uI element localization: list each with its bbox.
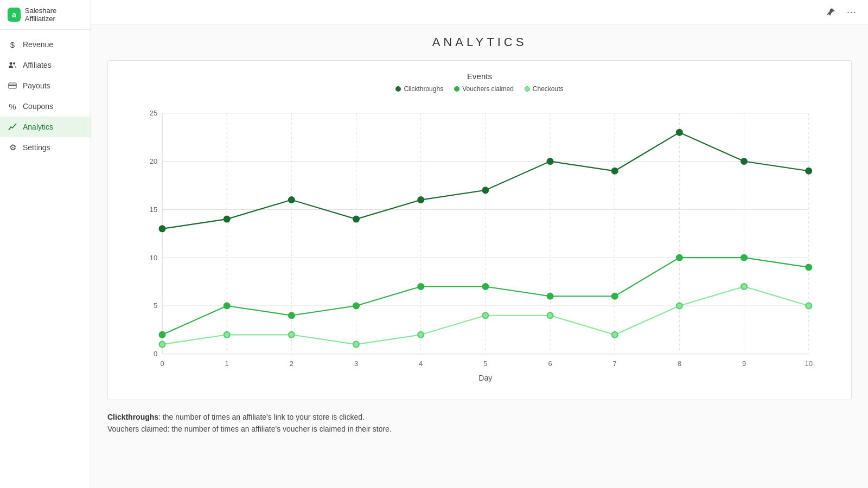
legend-checkouts-label: Checkouts — [533, 85, 564, 93]
sidebar-item-revenue[interactable]: $ Revenue — [0, 34, 91, 55]
svg-text:7: 7 — [613, 359, 617, 368]
svg-text:10: 10 — [805, 359, 812, 368]
legend-clickthroughs-label: Clickthroughs — [404, 85, 443, 93]
sidebar-item-payouts[interactable]: Payouts — [0, 75, 91, 96]
sidebar-item-settings-label: Settings — [23, 143, 50, 152]
svg-point-62 — [224, 332, 230, 338]
svg-text:9: 9 — [742, 359, 746, 368]
svg-point-59 — [741, 255, 747, 261]
svg-point-44 — [482, 187, 488, 193]
nav-items: $ Revenue Affiliates Payouts % Coupons A… — [0, 30, 91, 162]
svg-point-48 — [741, 158, 747, 164]
svg-text:2: 2 — [290, 359, 293, 368]
svg-point-1 — [13, 62, 15, 65]
settings-icon: ⚙ — [8, 143, 17, 152]
page-content: ANALYTICS Events Clickthroughs Vouchers … — [91, 24, 868, 446]
sidebar-item-revenue-label: Revenue — [23, 40, 53, 49]
svg-point-55 — [482, 284, 488, 290]
svg-point-64 — [353, 342, 359, 348]
svg-point-0 — [10, 62, 12, 65]
sidebar-item-affiliates-label: Affiliates — [23, 61, 52, 69]
affiliates-icon — [8, 60, 17, 70]
svg-text:1: 1 — [225, 359, 229, 368]
svg-text:10: 10 — [150, 254, 157, 262]
sidebar-item-affiliates[interactable]: Affiliates — [0, 55, 91, 75]
sidebar-item-analytics-label: Analytics — [23, 123, 53, 131]
chart-area: 0510152025012345678910Day — [119, 101, 840, 383]
payouts-icon — [8, 81, 17, 91]
clickthroughs-desc-label: Clickthroughs — [107, 413, 158, 421]
sidebar-item-analytics[interactable]: Analytics — [0, 117, 91, 137]
sidebar-item-settings[interactable]: ⚙ Settings — [0, 137, 91, 158]
svg-point-46 — [612, 168, 618, 174]
svg-point-50 — [159, 332, 165, 338]
svg-text:5: 5 — [483, 359, 487, 368]
sidebar-item-coupons[interactable]: % Coupons — [0, 96, 91, 117]
svg-text:6: 6 — [548, 359, 552, 368]
svg-point-41 — [289, 197, 295, 203]
vouchers-dot — [454, 86, 459, 92]
svg-point-51 — [224, 303, 230, 309]
svg-text:5: 5 — [154, 301, 157, 310]
sidebar-item-payouts-label: Payouts — [23, 81, 50, 90]
description: Clickthroughs: the number of times an af… — [107, 411, 852, 435]
clickthroughs-desc-text: : the number of times an affiliate's lin… — [158, 413, 365, 421]
legend-vouchers: Vouchers claimed — [454, 85, 514, 93]
svg-point-47 — [676, 130, 682, 136]
revenue-icon: $ — [8, 40, 17, 49]
legend-checkouts: Checkouts — [525, 85, 564, 93]
topbar: ··· — [91, 0, 868, 24]
svg-point-57 — [612, 293, 618, 299]
coupons-icon: % — [8, 101, 17, 111]
svg-point-40 — [224, 216, 230, 222]
svg-point-52 — [289, 312, 295, 318]
svg-text:0: 0 — [160, 359, 164, 368]
svg-text:4: 4 — [419, 359, 423, 368]
svg-point-54 — [418, 284, 424, 290]
svg-text:0: 0 — [154, 350, 157, 358]
svg-point-43 — [418, 197, 424, 203]
svg-text:25: 25 — [150, 109, 157, 117]
chart-container: Events Clickthroughs Vouchers claimed Ch… — [107, 60, 852, 400]
app-logo: a — [8, 8, 21, 22]
svg-text:8: 8 — [678, 359, 681, 368]
pin-icon[interactable] — [824, 4, 839, 20]
page-title: ANALYTICS — [107, 35, 852, 49]
sidebar: a Saleshare Affiliatizer $ Revenue Affil… — [0, 0, 91, 488]
svg-text:15: 15 — [150, 206, 157, 214]
app-title: Saleshare Affiliatizer — [25, 7, 83, 23]
svg-point-67 — [547, 312, 553, 318]
checkouts-dot — [525, 86, 530, 92]
sidebar-header: a Saleshare Affiliatizer — [0, 0, 91, 30]
svg-point-60 — [806, 265, 812, 271]
svg-text:Day: Day — [478, 374, 493, 382]
svg-point-71 — [806, 303, 812, 309]
svg-point-58 — [676, 255, 682, 261]
svg-point-61 — [159, 342, 165, 348]
svg-text:20: 20 — [150, 157, 157, 165]
svg-point-45 — [547, 158, 553, 164]
svg-point-66 — [482, 312, 488, 318]
svg-point-42 — [353, 216, 359, 222]
chart-title: Events — [119, 72, 840, 81]
svg-point-39 — [159, 226, 165, 232]
svg-point-69 — [676, 303, 682, 309]
svg-rect-3 — [9, 85, 16, 86]
legend-vouchers-label: Vouchers claimed — [462, 85, 514, 93]
svg-point-68 — [612, 332, 618, 338]
svg-point-56 — [547, 293, 553, 299]
svg-point-70 — [741, 284, 747, 290]
clickthroughs-dot — [395, 86, 401, 92]
more-options-icon[interactable]: ··· — [844, 4, 859, 20]
events-chart: 0510152025012345678910Day — [119, 101, 840, 383]
legend-clickthroughs: Clickthroughs — [395, 85, 443, 93]
main-content: ··· ANALYTICS Events Clickthroughs Vouch… — [91, 0, 868, 488]
svg-point-49 — [806, 168, 812, 174]
chart-legend: Clickthroughs Vouchers claimed Checkouts — [119, 85, 840, 93]
analytics-icon — [8, 122, 17, 132]
svg-point-53 — [353, 303, 359, 309]
svg-point-63 — [289, 332, 295, 338]
sidebar-item-coupons-label: Coupons — [23, 102, 53, 111]
vouchers-desc: Vouchers claimed: the number of times an… — [107, 423, 852, 435]
svg-point-65 — [418, 332, 424, 338]
